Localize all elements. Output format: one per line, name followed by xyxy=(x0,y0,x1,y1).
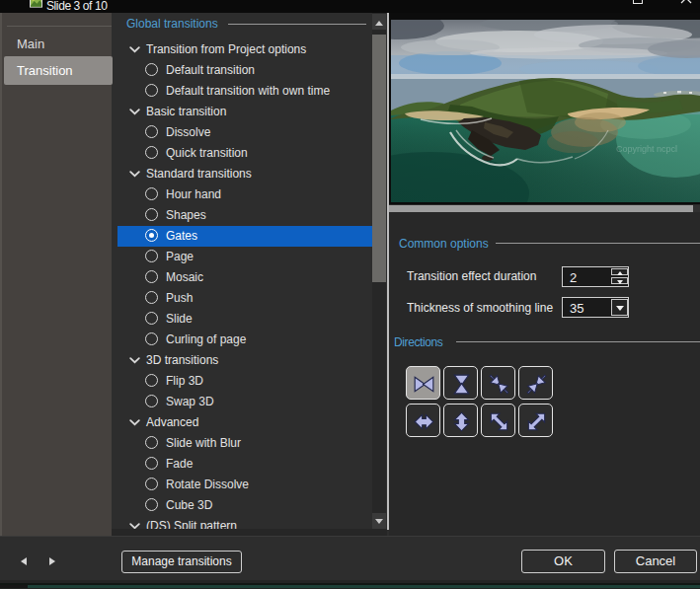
svg-text:Copyright ncpcl: Copyright ncpcl xyxy=(616,144,677,154)
